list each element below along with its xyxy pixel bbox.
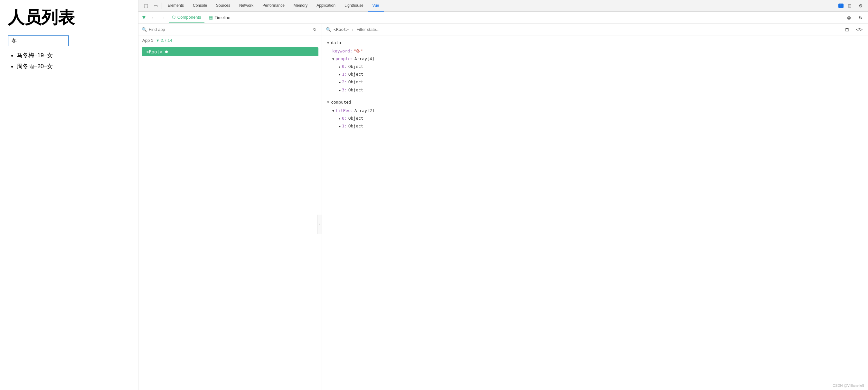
vue-version: ▼ 2.7.14	[156, 38, 172, 43]
timeline-tab-label: Timeline	[215, 15, 230, 20]
devtools-toolbar: ⬚ ▭ Elements Console Sources Network Per…	[138, 0, 868, 11]
filter-state-input[interactable]	[356, 27, 840, 32]
vue-toolbar-right: ◎ ↻	[844, 13, 865, 23]
tab-network[interactable]: Network	[235, 0, 258, 11]
root-tag-label: <Root>	[334, 27, 349, 32]
people-arrow-icon[interactable]: ▼	[332, 56, 334, 62]
people-list: 马冬梅–19–女 周冬雨–20–女	[8, 52, 130, 70]
toolbar-right-icons: 1 ⊡ ⚙	[838, 1, 865, 11]
tree-content-area: ‹	[138, 58, 322, 390]
notification-badge: 1	[838, 4, 843, 8]
people-item-3[interactable]: ▶ 3: Object	[339, 87, 863, 94]
tab-performance[interactable]: Performance	[258, 0, 289, 11]
tab-elements[interactable]: Elements	[163, 0, 188, 11]
keyword-value: "冬"	[354, 47, 363, 55]
people-1-index: 1:	[342, 71, 347, 78]
inspect-icon[interactable]: ◎	[844, 13, 854, 23]
people-3-value: Object	[348, 87, 364, 94]
tab-lighthouse[interactable]: Lighthouse	[340, 0, 368, 11]
filpeo-item-0[interactable]: ▶ 0: Object	[339, 115, 863, 122]
main-content: 🔍 ↻ App 1 ▼ 2.7.14 <Root> ‹	[138, 24, 868, 390]
components-tab-label: Components	[177, 15, 201, 20]
collapse-handle[interactable]: ‹	[317, 215, 322, 234]
people-1-arrow-icon: ▶	[339, 72, 341, 77]
people-2-index: 2:	[342, 78, 347, 86]
root-tag: <Root>	[146, 49, 163, 54]
back-button[interactable]: ←	[149, 13, 158, 22]
settings-icon[interactable]: ⚙	[856, 1, 865, 11]
computed-section-header[interactable]: ▼ computed	[327, 99, 863, 106]
keyword-row: keyword: "冬"	[332, 47, 863, 55]
screen-cast-icon[interactable]: ⊡	[845, 1, 855, 11]
list-item: 周冬雨–20–女	[17, 62, 130, 70]
root-component-row[interactable]: <Root>	[142, 47, 318, 56]
tag-separator: ›	[352, 27, 353, 32]
data-section-header[interactable]: ▼ data	[327, 39, 863, 46]
state-header-right: ⊡ </>	[842, 25, 864, 34]
people-0-index: 0:	[342, 63, 347, 70]
code-icon[interactable]: </>	[855, 25, 864, 34]
app-title: 人员列表	[8, 6, 130, 29]
computed-section-label: computed	[331, 99, 351, 106]
refresh-icon[interactable]: ↻	[856, 13, 865, 23]
search-state-icon: 🔍	[326, 27, 331, 32]
vue-toolbar: ▼ ← → ⬡ Components ▦ Timeline ◎ ↻	[138, 11, 868, 24]
people-children: ▶ 0: Object ▶ 1: Object ▶ 2: Object	[339, 63, 863, 93]
filpeo-arrow-icon[interactable]: ▼	[332, 108, 334, 113]
people-2-arrow-icon: ▶	[339, 79, 341, 85]
find-app-input[interactable]	[149, 27, 309, 32]
people-0-arrow-icon: ▶	[339, 64, 341, 69]
filpeo-0-value: Object	[348, 115, 364, 122]
people-3-index: 3:	[342, 87, 347, 94]
tab-application[interactable]: Application	[312, 0, 340, 11]
filpeo-key: filPeo:	[336, 107, 353, 114]
vue-logo-small-icon: ▼	[156, 38, 160, 43]
filpeo-item-1[interactable]: ▶ 1: Object	[339, 123, 863, 130]
tab-sources[interactable]: Sources	[212, 0, 235, 11]
state-header: 🔍 <Root> › ⊡ </>	[322, 24, 868, 35]
people-item-2[interactable]: ▶ 2: Object	[339, 78, 863, 86]
refresh-tree-button[interactable]: ↻	[311, 26, 318, 33]
filpeo-1-value: Object	[348, 123, 364, 130]
component-tree: 🔍 ↻ App 1 ▼ 2.7.14 <Root> ‹	[138, 24, 322, 390]
app-panel: 人员列表 马冬梅–19–女 周冬雨–20–女	[0, 0, 138, 390]
tab-components[interactable]: ⬡ Components	[169, 13, 205, 23]
filpeo-row: ▼ filPeo: Array[2]	[332, 107, 863, 114]
device-icon[interactable]: ▭	[151, 1, 160, 11]
vue-logo-icon: ▼	[141, 14, 147, 21]
app-label: App 1	[142, 38, 153, 43]
keyword-key: keyword:	[332, 47, 352, 55]
timeline-icon: ▦	[209, 15, 213, 20]
screenshot-icon[interactable]: ⊡	[842, 25, 852, 34]
people-item-1[interactable]: ▶ 1: Object	[339, 71, 863, 78]
filpeo-0-arrow-icon: ▶	[339, 116, 341, 121]
computed-section-tree: ▼ filPeo: Array[2] ▶ 0: Object ▶ 1:	[332, 107, 863, 130]
people-key: people:	[336, 55, 353, 62]
state-panel: 🔍 <Root> › ⊡ </> ▼ data	[322, 24, 868, 390]
people-row: ▼ people: Array[4]	[332, 55, 863, 62]
tab-vue[interactable]: Vue	[368, 0, 384, 11]
people-0-value: Object	[348, 63, 364, 70]
app-1-row: App 1 ▼ 2.7.14	[138, 35, 322, 45]
people-3-arrow-icon: ▶	[339, 88, 341, 93]
filpeo-0-index: 0:	[342, 115, 347, 122]
vue-version-text: 2.7.14	[161, 38, 172, 43]
tab-memory[interactable]: Memory	[289, 0, 312, 11]
filpeo-value: Array[2]	[354, 107, 375, 114]
tree-search-bar: 🔍 ↻	[138, 24, 322, 35]
search-icon: 🔍	[142, 27, 147, 32]
filpeo-1-index: 1:	[342, 123, 347, 130]
list-item: 马冬梅–19–女	[17, 52, 130, 59]
people-value: Array[4]	[354, 55, 375, 62]
section-gap	[327, 94, 863, 99]
tab-console[interactable]: Console	[188, 0, 212, 11]
search-input[interactable]	[8, 35, 69, 46]
forward-button[interactable]: →	[159, 13, 167, 22]
toolbar-separator	[162, 3, 162, 9]
cursor-icon[interactable]: ⬚	[141, 1, 151, 11]
root-dot-indicator	[165, 51, 168, 53]
people-item-0[interactable]: ▶ 0: Object	[339, 63, 863, 70]
state-body: ▼ data keyword: "冬" ▼ people: Array[4]	[322, 35, 868, 134]
tab-timeline[interactable]: ▦ Timeline	[206, 13, 234, 23]
filpeo-children: ▶ 0: Object ▶ 1: Object	[339, 115, 863, 130]
